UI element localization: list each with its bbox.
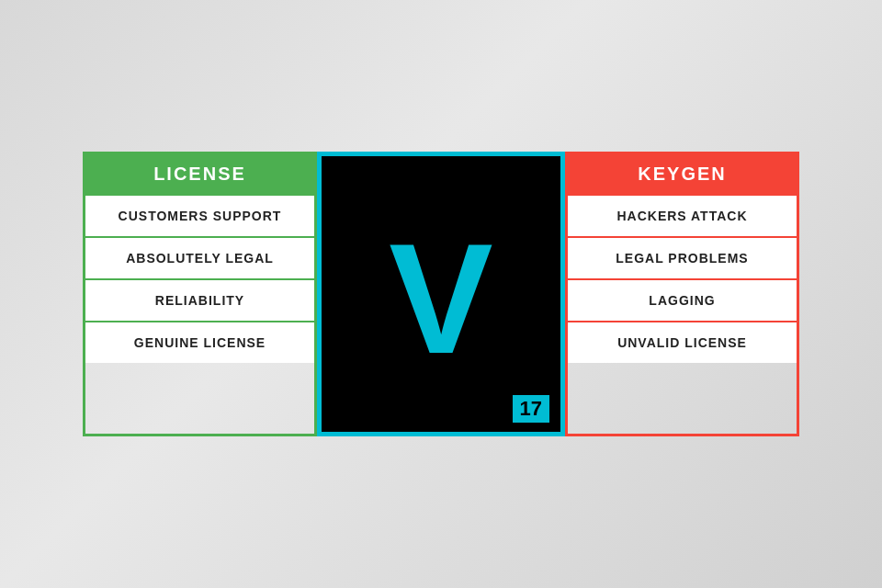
logo-panel: V 17 — [317, 152, 565, 436]
keygen-header: KEYGEN — [568, 154, 797, 194]
license-panel: LICENSE CUSTOMERS SUPPORT ABSOLUTELY LEG… — [83, 152, 317, 436]
comparison-container: LICENSE CUSTOMERS SUPPORT ABSOLUTELY LEG… — [83, 152, 799, 436]
logo-version: 17 — [513, 395, 549, 423]
keygen-item-0: HACKERS ATTACK — [568, 194, 797, 236]
license-header: LICENSE — [85, 154, 314, 194]
keygen-item-1: LEGAL PROBLEMS — [568, 236, 797, 278]
license-item-1: ABSOLUTELY LEGAL — [85, 236, 314, 278]
keygen-item-3: UNVALID LICENSE — [568, 321, 797, 363]
logo-letter: V — [389, 220, 492, 377]
keygen-item-2: LAGGING — [568, 278, 797, 321]
keygen-panel: KEYGEN HACKERS ATTACK LEGAL PROBLEMS LAG… — [565, 152, 799, 436]
license-item-3: GENUINE LICENSE — [85, 321, 314, 363]
license-item-0: CUSTOMERS SUPPORT — [85, 194, 314, 236]
license-item-2: RELIABILITY — [85, 278, 314, 321]
